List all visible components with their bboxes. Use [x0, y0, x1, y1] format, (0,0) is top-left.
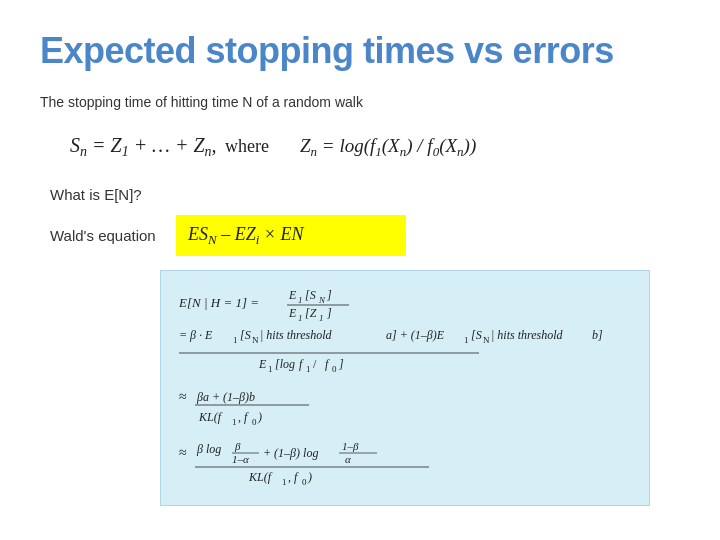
walds-equation-row: Wald's equation ESN – EZi × EN — [50, 215, 680, 256]
svg-text:[S: [S — [305, 288, 316, 302]
svg-text:[S: [S — [240, 328, 251, 342]
svg-text:ESN – EZi × EN: ESN – EZi × EN — [187, 224, 304, 247]
svg-text:Zn = log(f1(Xn) / f0(Xn)): Zn = log(f1(Xn) / f0(Xn)) — [300, 135, 476, 159]
svg-text:[Z: [Z — [305, 306, 317, 320]
svg-text:1: 1 — [319, 313, 324, 321]
svg-text:1: 1 — [233, 335, 238, 345]
svg-text:[log: [log — [275, 357, 295, 371]
svg-text:): ) — [307, 470, 312, 484]
svg-text:β log: β log — [196, 442, 221, 456]
svg-text:1: 1 — [298, 313, 303, 321]
svg-text:KL(f: KL(f — [198, 410, 223, 424]
svg-text:]: ] — [326, 306, 332, 320]
svg-text:1: 1 — [298, 295, 303, 305]
svg-text:Sn = Z1 + … + Zn,: Sn = Z1 + … + Zn, — [70, 134, 217, 159]
deriv-line2: = β · E 1 [S N | hits threshold a] + (1–… — [179, 325, 609, 373]
svg-text:, f: , f — [238, 410, 249, 424]
walds-formula-svg: ESN – EZi × EN — [186, 219, 396, 247]
walds-formula: ESN – EZi × EN — [176, 215, 406, 256]
svg-text:N: N — [252, 335, 259, 345]
slide-title: Expected stopping times vs errors — [40, 30, 680, 72]
derivation-box: E[N | H = 1] = E 1 [S N ] E 1 [Z 1 ] = β… — [160, 270, 650, 506]
svg-text:1: 1 — [306, 364, 311, 373]
svg-text:| hits threshold: | hits threshold — [491, 328, 564, 342]
slide: Expected stopping times vs errors The st… — [0, 0, 720, 540]
svg-text:+ (1–β) log: + (1–β) log — [263, 446, 318, 460]
what-is-en: What is E[N]? — [50, 186, 680, 203]
svg-text:f: f — [299, 357, 304, 371]
svg-text:f: f — [325, 357, 330, 371]
svg-text:/: / — [313, 357, 317, 371]
svg-text:N: N — [483, 335, 490, 345]
svg-text:0: 0 — [302, 477, 307, 485]
svg-text:| hits threshold: | hits threshold — [260, 328, 333, 342]
deriv-line1: E[N | H = 1] = E 1 [S N ] E 1 [Z 1 ] — [179, 283, 609, 321]
svg-text:1: 1 — [464, 335, 469, 345]
svg-text:0: 0 — [252, 417, 257, 427]
svg-text:E: E — [288, 288, 297, 302]
svg-text:α: α — [345, 453, 351, 465]
svg-text:, f: , f — [288, 470, 299, 484]
svg-text:≈: ≈ — [179, 445, 187, 460]
svg-text:1–α: 1–α — [232, 453, 249, 465]
svg-text:1: 1 — [268, 364, 273, 373]
svg-text:1–β: 1–β — [342, 440, 359, 452]
svg-text:b]: b] — [592, 328, 603, 342]
svg-text:1: 1 — [282, 477, 287, 485]
svg-text:]: ] — [326, 288, 332, 302]
svg-text:N: N — [318, 295, 326, 305]
svg-text:): ) — [257, 410, 262, 424]
svg-text:]: ] — [338, 357, 344, 371]
svg-text:0: 0 — [332, 364, 337, 373]
svg-text:≈: ≈ — [179, 389, 187, 404]
svg-text:= β · E: = β · E — [179, 328, 213, 342]
svg-text:a] + (1–β)E: a] + (1–β)E — [386, 328, 445, 342]
svg-text:βa + (1–β)b: βa + (1–β)b — [196, 390, 255, 404]
svg-text:E: E — [288, 306, 297, 320]
svg-text:KL(f: KL(f — [248, 470, 273, 484]
walds-label: Wald's equation — [50, 227, 156, 244]
deriv-line3: ≈ βa + (1–β)b KL(f 1 , f 0 ) — [179, 385, 609, 427]
main-formula-svg: Sn = Z1 + … + Zn, where Zn = log(f1(Xn) … — [70, 120, 590, 168]
svg-text:1: 1 — [232, 417, 237, 427]
intro-text: The stopping time of hitting time N of a… — [40, 94, 680, 110]
deriv-line4: ≈ β log β 1–α + (1–β) log 1–β α KL(f 1 ,… — [179, 439, 609, 485]
svg-text:E[N | H = 1] =: E[N | H = 1] = — [179, 295, 259, 310]
svg-text:E: E — [258, 357, 267, 371]
svg-text:β: β — [234, 440, 241, 452]
svg-text:[S: [S — [471, 328, 482, 342]
svg-text:where: where — [225, 136, 269, 156]
main-formula-row: Sn = Z1 + … + Zn, where Zn = log(f1(Xn) … — [40, 120, 680, 168]
